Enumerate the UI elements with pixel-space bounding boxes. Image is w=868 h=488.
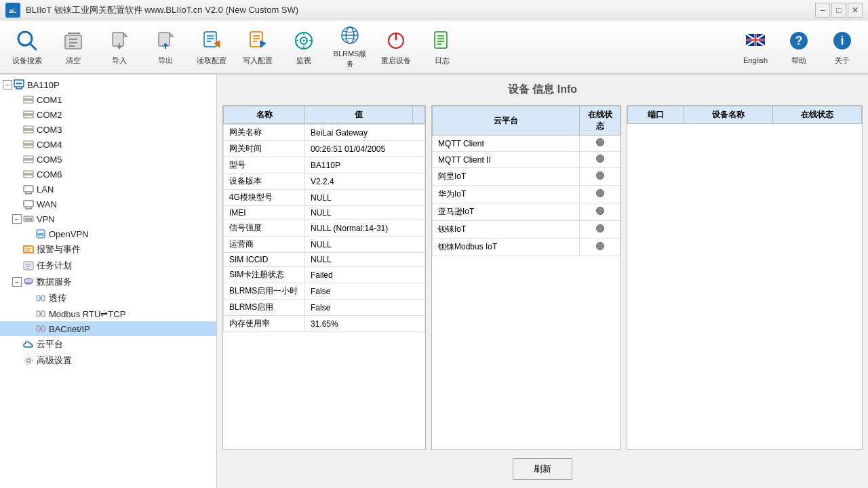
info-table-row: SIM卡注册状态Failed bbox=[224, 267, 425, 283]
monitor-icon bbox=[292, 28, 316, 53]
svg-text:VPN: VPN bbox=[25, 218, 33, 222]
info-table-panel: 名称 值 网关名称BeiLai Gateway网关时间00:26:51 01/0… bbox=[222, 105, 426, 450]
sidebar-item-dataservice[interactable]: − 数据服务 bbox=[0, 274, 216, 290]
toolbar-btn-read-config[interactable]: 读取配置 bbox=[190, 23, 233, 70]
info-row-value: NULL bbox=[305, 190, 425, 206]
svg-rect-127 bbox=[37, 311, 40, 317]
info-row-value: V2.2.4 bbox=[305, 174, 425, 190]
cloud-status-cell bbox=[580, 136, 620, 152]
toolbar-btn-write-config[interactable]: 写入配置 bbox=[236, 23, 279, 70]
info-table-row: 网关名称BeiLai Gateway bbox=[224, 125, 425, 141]
close-button[interactable]: ✕ bbox=[848, 3, 863, 18]
sidebar-item-vpn[interactable]: − VPN VPN bbox=[0, 211, 216, 226]
cloud-platform-name: MQTT Client II bbox=[433, 152, 580, 168]
sidebar-item-com3[interactable]: COM3 bbox=[0, 122, 216, 137]
info-table-row: BLRMS启用一小时False bbox=[224, 283, 425, 300]
cloud-status-cell bbox=[580, 221, 620, 239]
settings-icon bbox=[23, 355, 34, 366]
sidebar-item-com2[interactable]: COM2 bbox=[0, 107, 216, 122]
info-table-body: 网关名称BeiLai Gateway网关时间00:26:51 01/04/200… bbox=[223, 124, 425, 332]
info-table-scroll[interactable]: 网关名称BeiLai Gateway网关时间00:26:51 01/04/200… bbox=[223, 124, 425, 449]
maximize-button[interactable]: □ bbox=[831, 3, 846, 18]
device-table: 端口 设备名称 在线状态 bbox=[627, 106, 862, 124]
tree-toggle-data[interactable]: − bbox=[12, 277, 22, 287]
toolbar-btn-import[interactable]: 导入 bbox=[98, 23, 141, 70]
toolbar-btn-help[interactable]: ? 帮助 bbox=[778, 23, 819, 70]
window-controls: – □ ✕ bbox=[815, 3, 863, 18]
svg-text:?: ? bbox=[795, 34, 803, 47]
info-row-value: NULL bbox=[305, 253, 425, 267]
info-row-name: 4G模块型号 bbox=[224, 190, 305, 206]
status-dot bbox=[596, 207, 604, 215]
cloud-table-row: 亚马逊IoT bbox=[433, 203, 620, 221]
info-table-row: IMEINULL bbox=[224, 206, 425, 220]
toolbar-btn-log[interactable]: 日志 bbox=[420, 23, 464, 70]
sidebar-item-cloud[interactable]: 云平台 bbox=[0, 336, 216, 352]
toolbar-btn-export[interactable]: 导出 bbox=[144, 23, 187, 70]
sidebar-item-modbusrtu[interactable]: Modbus RTU⇌TCP bbox=[0, 306, 216, 321]
english-label: English bbox=[743, 56, 768, 64]
sidebar-item-lan[interactable]: LAN bbox=[0, 182, 216, 197]
toolbar-btn-clear[interactable]: 清空 bbox=[52, 23, 95, 70]
toolbar-btn-english[interactable]: English bbox=[735, 23, 776, 70]
com-icon bbox=[23, 139, 34, 150]
search-label: 设备搜索 bbox=[12, 56, 42, 66]
sidebar-item-alert[interactable]: 报警与事件 bbox=[0, 241, 216, 258]
tree-toggle-vpn[interactable]: − bbox=[12, 214, 22, 224]
sidebar-item-com6[interactable]: COM6 bbox=[0, 167, 216, 182]
info-row-value: BeiLai Gateway bbox=[305, 125, 425, 141]
cloud-platform-name: 华为IoT bbox=[433, 186, 580, 203]
status-dot bbox=[596, 171, 604, 180]
main-layout: − BA110P bbox=[0, 75, 868, 488]
svg-marker-12 bbox=[117, 46, 122, 49]
sidebar-item-openvpn[interactable]: VPN OpenVPN bbox=[0, 226, 216, 241]
toolbar-btn-search[interactable]: 设备搜索 bbox=[5, 23, 49, 70]
export-label: 导出 bbox=[158, 56, 173, 66]
svg-marker-10 bbox=[123, 33, 127, 37]
sidebar-item-bacnet[interactable]: BACnet/IP bbox=[0, 321, 216, 336]
lan-label: LAN bbox=[37, 184, 54, 195]
toolbar-btn-blrms[interactable]: BLRMS服务 bbox=[328, 23, 372, 70]
blrms-label: BLRMS服务 bbox=[331, 49, 369, 69]
status-dot bbox=[596, 155, 604, 163]
sidebar-item-ba110p[interactable]: − BA110P bbox=[0, 77, 216, 92]
device-col-port: 端口 bbox=[628, 106, 684, 124]
sidebar-item-relay[interactable]: 透传 bbox=[0, 290, 216, 306]
sidebar-item-com5[interactable]: COM5 bbox=[0, 152, 216, 167]
toolbar-btn-restart[interactable]: 重启设备 bbox=[374, 23, 418, 70]
info-table-row: 设备版本V2.2.4 bbox=[224, 174, 425, 190]
com-icon bbox=[23, 154, 34, 165]
bacnet-label: BACnet/IP bbox=[49, 324, 90, 334]
cloud-status-cell bbox=[580, 239, 620, 256]
info-row-name: BLRMS启用一小时 bbox=[224, 283, 305, 300]
panels-row: 名称 值 网关名称BeiLai Gateway网关时间00:26:51 01/0… bbox=[222, 105, 863, 450]
info-row-value: BA110P bbox=[305, 157, 425, 174]
cloud-platform-name: 亚马逊IoT bbox=[433, 203, 580, 221]
task-icon bbox=[23, 260, 34, 271]
restart-label: 重启设备 bbox=[381, 56, 411, 66]
log-label: 日志 bbox=[435, 56, 450, 66]
toolbar-btn-monitor[interactable]: 监视 bbox=[282, 23, 326, 70]
svg-marker-14 bbox=[170, 33, 174, 37]
toolbar-btn-about[interactable]: i 关于 bbox=[822, 23, 863, 70]
cloud-table-row: 阿里IoT bbox=[433, 168, 620, 186]
svg-rect-39 bbox=[435, 32, 447, 48]
content-header: 设备 信息 Info bbox=[222, 80, 863, 100]
sidebar-item-com4[interactable]: COM4 bbox=[0, 137, 216, 152]
info-row-value: NULL bbox=[305, 206, 425, 220]
blrms-icon bbox=[338, 24, 362, 46]
info-row-value: False bbox=[305, 283, 425, 300]
sidebar-item-task[interactable]: 任务计划 bbox=[0, 258, 216, 274]
sidebar-item-wan[interactable]: WAN bbox=[0, 197, 216, 211]
svg-point-60 bbox=[18, 83, 20, 85]
refresh-button[interactable]: 刷新 bbox=[513, 458, 572, 480]
svg-point-134 bbox=[25, 357, 33, 365]
search-icon bbox=[15, 28, 39, 53]
help-label: 帮助 bbox=[791, 56, 806, 66]
tree-toggle-ba110p[interactable]: − bbox=[3, 80, 12, 89]
cloud-platform-name: 钡铼IoT bbox=[433, 221, 580, 239]
info-row-name: 型号 bbox=[224, 157, 305, 174]
sidebar-item-com1[interactable]: COM1 bbox=[0, 92, 216, 107]
sidebar-item-advanced[interactable]: 高级设置 bbox=[0, 352, 216, 369]
minimize-button[interactable]: – bbox=[815, 3, 830, 18]
